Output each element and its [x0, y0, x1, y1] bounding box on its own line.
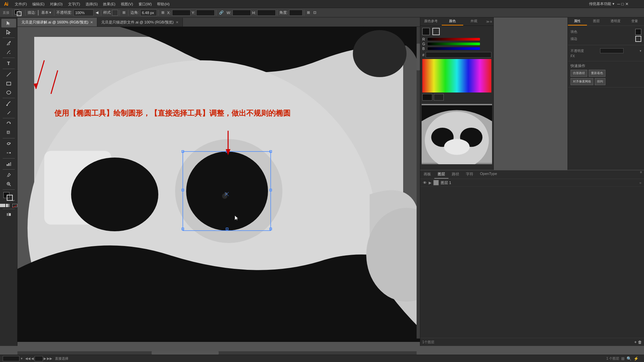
maximize-button[interactable]: □: [622, 2, 624, 6]
workspace-selector[interactable]: 传统基本功能 ▾: [589, 1, 617, 6]
tab-color-reference[interactable]: 颜色参考: [420, 17, 442, 25]
tool-ellipse[interactable]: [1, 88, 16, 97]
tool-rect[interactable]: [1, 79, 16, 88]
tab-color[interactable]: 颜色: [442, 17, 463, 25]
tool-pen[interactable]: [1, 39, 16, 48]
tool-pencil[interactable]: [1, 108, 16, 117]
reset-colors-icon[interactable]: ↩: [12, 199, 15, 202]
canvas-scroll-horizontal[interactable]: [17, 351, 417, 355]
scroll-thumb-v[interactable]: [417, 44, 420, 70]
layer-item-1[interactable]: 👁 ▶ 图层 1 ○: [420, 179, 644, 187]
none-btn[interactable]: [12, 204, 17, 207]
b-slider[interactable]: [428, 47, 480, 50]
page-next-btn[interactable]: ▶: [44, 357, 46, 360]
angle-input[interactable]: 0°: [289, 10, 303, 16]
tool-zoom[interactable]: [1, 180, 16, 188]
close-button[interactable]: ✕: [625, 2, 629, 6]
solid-color-btn[interactable]: [0, 204, 5, 207]
y-input[interactable]: 1276.241: [196, 10, 215, 16]
zoom-in-icon[interactable]: 🔍: [627, 356, 632, 361]
stroke-color-box[interactable]: [635, 36, 641, 42]
tab-variables[interactable]: 变量: [625, 17, 644, 25]
opacity-dropdown-icon[interactable]: ▾: [640, 49, 641, 53]
g-slider[interactable]: [428, 43, 480, 45]
panel-menu-icon[interactable]: ≡: [490, 20, 492, 23]
envelope-button[interactable]: ⊞: [121, 9, 127, 16]
tool-direct-selection[interactable]: [1, 28, 16, 37]
tool-reflect[interactable]: [1, 210, 16, 219]
tool-eyedropper[interactable]: [1, 171, 16, 179]
page-input[interactable]: 2: [35, 356, 43, 361]
menu-edit[interactable]: 编辑(E): [30, 0, 47, 8]
hex-input[interactable]: [426, 52, 491, 58]
tool-rotate[interactable]: [1, 119, 16, 128]
tab-0[interactable]: 元旦是只猫讲解.ai @ 1600% (RGB/预览) ✕: [17, 18, 97, 26]
stroke-box[interactable]: [7, 195, 13, 201]
style-swatch[interactable]: [112, 10, 118, 16]
tab-1[interactable]: 元旦是只猫进阶文件.ai @ 100% (RGB/预览) ✕: [97, 18, 182, 26]
h-input[interactable]: 15.441 p: [257, 10, 276, 16]
tool-blend[interactable]: [1, 148, 16, 157]
btn-pathfinder[interactable]: 仿形路径: [571, 70, 587, 77]
menu-effect[interactable]: 效果(E): [100, 0, 118, 8]
menu-view[interactable]: 视图(V): [118, 0, 136, 8]
tool-scale[interactable]: [1, 128, 16, 137]
w-input[interactable]: 17.059 p: [232, 10, 251, 16]
btn-recolor[interactable]: 重新着色: [589, 70, 605, 77]
tool-type[interactable]: T: [1, 59, 16, 68]
fill-stroke-widget[interactable]: [14, 9, 24, 16]
tab-1-close[interactable]: ✕: [176, 20, 178, 24]
btn-arrange[interactable]: 排列: [595, 78, 605, 85]
layer-name[interactable]: 图层 1: [441, 180, 451, 185]
fill-color-box[interactable]: [635, 29, 641, 35]
tool-column-graph[interactable]: [1, 160, 16, 168]
color-fill-swatch[interactable]: [422, 28, 430, 35]
tool-line[interactable]: [1, 70, 16, 79]
tab-properties[interactable]: 属性: [568, 17, 587, 25]
panel-menu-btn[interactable]: ≡: [638, 170, 644, 179]
canvas-scroll-vertical[interactable]: [417, 27, 420, 339]
page-first-btn[interactable]: ◀: [31, 357, 34, 360]
menu-text[interactable]: 文字(T): [65, 0, 83, 8]
layer-visibility-icon[interactable]: 👁: [423, 181, 427, 185]
menu-help[interactable]: 帮助(H): [154, 0, 172, 8]
opacity-input[interactable]: [73, 9, 94, 16]
minimize-button[interactable]: ─: [617, 2, 620, 6]
add-layer-btn[interactable]: +: [634, 340, 637, 345]
tab-paths[interactable]: 路径: [448, 170, 463, 179]
opacity-arrow-left[interactable]: ◀: [94, 9, 100, 16]
menu-select[interactable]: 选择(S): [83, 0, 101, 8]
tab-opentype[interactable]: OpenType: [477, 170, 500, 179]
tool-add-anchor[interactable]: +: [1, 48, 16, 57]
opacity-prop-input[interactable]: 100%: [600, 48, 624, 53]
corner-input[interactable]: [140, 9, 157, 16]
tab-layers-tab[interactable]: 图层: [434, 170, 448, 179]
menu-object[interactable]: 对象(O): [47, 0, 65, 8]
zoom-input[interactable]: 1600%: [3, 356, 19, 361]
gradient-btn[interactable]: [6, 204, 11, 207]
layer-lock-icon[interactable]: ▶: [429, 181, 431, 185]
tab-transparency[interactable]: 透明度: [606, 17, 625, 25]
constrain-proportions[interactable]: 🔗: [218, 9, 225, 16]
fill-stroke-tool[interactable]: ↩: [3, 191, 15, 202]
tab-artboards[interactable]: 画板: [420, 170, 434, 179]
zoom-control[interactable]: 1600% ▾: [3, 356, 22, 361]
gpu-icon[interactable]: ⚡: [634, 356, 639, 361]
tool-selection[interactable]: [1, 19, 16, 27]
tab-layers[interactable]: 图层: [587, 17, 606, 25]
tab-appearance[interactable]: 外观: [463, 17, 485, 25]
tool-warp[interactable]: [1, 139, 16, 148]
scroll-thumb-h[interactable]: [152, 351, 219, 355]
page-last-btn[interactable]: ▶▶: [47, 357, 52, 360]
panel-expand-icon[interactable]: ≫: [486, 20, 489, 23]
delete-layer-btn[interactable]: 🗑: [638, 340, 642, 345]
x-input[interactable]: 756.28 p: [172, 10, 191, 16]
transform-icon[interactable]: ⊞: [160, 9, 166, 16]
tab-characters[interactable]: 字符: [463, 170, 477, 179]
fit-page-icon[interactable]: ⊞: [621, 356, 625, 361]
color-spectrum[interactable]: [422, 59, 491, 93]
r-slider[interactable]: [428, 38, 480, 41]
tab-0-close[interactable]: ✕: [90, 20, 93, 24]
tool-paintbrush[interactable]: [1, 99, 16, 108]
pathfinder-button[interactable]: ⊡: [312, 9, 318, 16]
